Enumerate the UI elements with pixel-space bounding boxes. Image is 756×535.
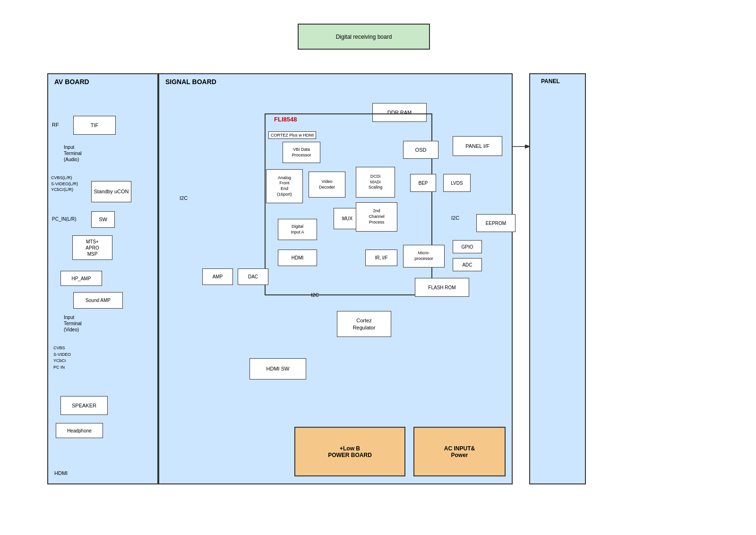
tif-block: TIF: [73, 116, 116, 135]
microprocessor-block: Micro-processor: [403, 245, 445, 268]
cvbs-label: CVBS(L/R)S-VIDEO(L/R)YCbCr(L/R): [51, 175, 78, 193]
i2c-right-label: I2C: [451, 215, 459, 221]
channel-2nd-block: 2ndChannelProcess: [356, 202, 397, 232]
ir-if-block: IR, I/F: [365, 250, 397, 266]
speaker-block: SPEAKER: [60, 396, 108, 415]
dac-block: DAC: [238, 268, 268, 285]
power-board-background: +Low BPOWER BOARD: [294, 427, 405, 476]
hdmi-sw-block: HDMI SW: [249, 358, 306, 380]
sound-amp-block: Sound AMP: [73, 292, 123, 309]
hdmi-block: HDMI: [278, 250, 317, 266]
rf-label: RF: [52, 122, 59, 128]
video-decoder-block: VideoDecoder: [309, 172, 345, 198]
signal-board-title: SIGNAL BOARD: [165, 78, 216, 86]
cvbs-video-label: CVBSS-VIDEOYCbCrPC IN: [53, 345, 71, 371]
osd-block: OSD: [403, 141, 438, 159]
gpio-block: GPIO: [453, 240, 482, 253]
panel-background: [529, 73, 586, 484]
panel-if-block: PANEL I/F: [453, 136, 502, 156]
digital-input-a-block: DigitalInput A: [278, 219, 317, 240]
i2c-signal-label: I2C: [180, 195, 188, 201]
headphone-block: Headphone: [56, 423, 103, 438]
i2c-bottom-label: I2C: [311, 292, 319, 298]
digital-receiving-board-box: Digital receiving board: [298, 24, 430, 50]
mts-apro-msp-block: MTS+APROMSP: [72, 235, 112, 260]
eeprom-block: EEPROM: [476, 214, 515, 232]
adc-block: ADC: [453, 258, 482, 271]
digital-receiving-label: Digital receiving board: [336, 34, 392, 40]
dcdi-madi-scaling-block: DCDiMADiScaling: [356, 167, 395, 198]
flash-rom-block: FLASH ROM: [415, 278, 469, 297]
standby-ucon-block: Standby uCON: [91, 181, 131, 202]
hdmi-bottom-label: HDMI: [54, 470, 68, 476]
cortez-regulator-block: CortezRegulator: [337, 311, 391, 337]
amp-block: AMP: [202, 268, 233, 285]
hp-amp-block: HP_AMP: [60, 271, 102, 286]
vbi-data-processor-block: VBI DataProcessor: [283, 142, 320, 163]
analog-front-end-block: AnalogFrontEnd(16port): [266, 169, 303, 203]
lvds-block: LVDS: [443, 174, 471, 192]
input-terminal-video-label: InputTerminal(Video): [64, 314, 82, 333]
panel-title: PANEL: [541, 78, 560, 85]
pc-in-label: PC_IN(L/R): [52, 216, 77, 222]
input-terminal-audio-label: InputTerminal(Audio): [64, 144, 82, 163]
sw-block: SW: [91, 211, 115, 228]
bep-block: BEP: [410, 174, 436, 192]
diagram: Digital receiving board AV BOARD SIGNAL …: [0, 0, 756, 535]
ac-input-background: AC INPUT&Power: [413, 427, 506, 476]
av-board-title: AV BOARD: [54, 78, 89, 86]
